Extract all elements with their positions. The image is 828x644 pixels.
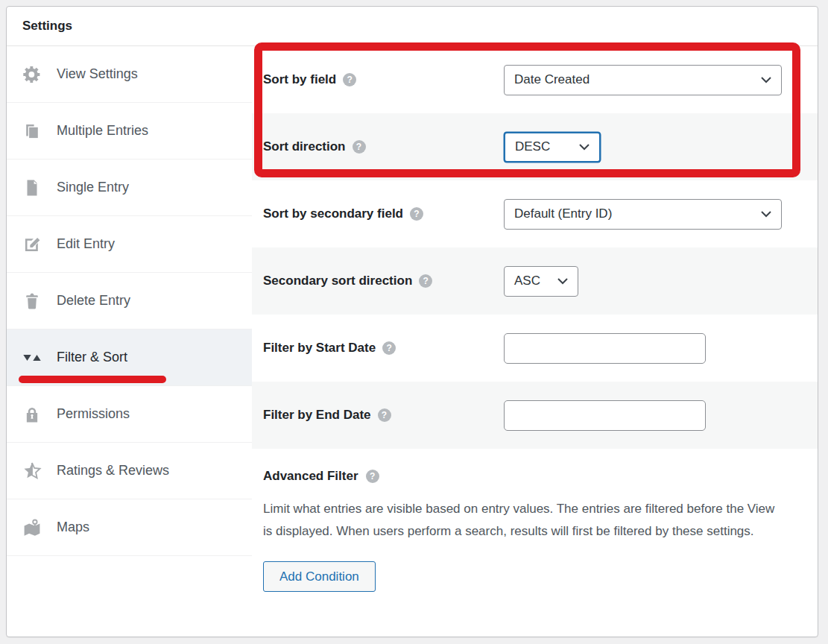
sidebar-item-label: Maps: [57, 520, 89, 535]
sidebar-item-multiple-entries[interactable]: Multiple Entries: [7, 103, 252, 160]
settings-tab-list: View Settings Multiple Entries Single En…: [7, 46, 252, 637]
settings-page: Settings View Settings Multiple Entries: [0, 0, 828, 644]
sidebar-item-delete-entry[interactable]: Delete Entry: [7, 273, 252, 329]
help-icon[interactable]: [366, 470, 379, 483]
advanced-filter-description: Limit what entries are visible based on …: [263, 498, 781, 543]
sort-by-secondary-field-select[interactable]: Default (Entry ID): [504, 199, 782, 230]
sort-direction-label: Sort direction: [263, 139, 346, 154]
chevron-down-icon: [557, 278, 568, 285]
lock-icon: [22, 404, 42, 424]
sidebar-item-label: Delete Entry: [57, 293, 130, 309]
row-secondary-sort-direction: Secondary sort direction ASC: [252, 247, 818, 315]
help-icon[interactable]: [353, 140, 366, 154]
row-label: Sort by secondary field: [263, 206, 504, 221]
gear-icon: [22, 64, 42, 84]
add-condition-button[interactable]: Add Condition: [263, 561, 376, 592]
select-value: Date Created: [514, 72, 590, 87]
advanced-filter-heading: Advanced Filter: [263, 469, 803, 484]
sidebar-item-filter-and-sort[interactable]: Filter & Sort: [7, 329, 252, 386]
advanced-filter-title: Advanced Filter: [263, 469, 358, 484]
panel-header: Settings: [7, 7, 818, 46]
sidebar-item-label: Multiple Entries: [57, 123, 148, 139]
chevron-down-icon: [761, 77, 771, 83]
row-label: Secondary sort direction: [263, 274, 504, 288]
row-filter-start-date: Filter by Start Date: [252, 315, 818, 382]
filter-end-date-label: Filter by End Date: [263, 408, 371, 423]
secondary-sort-direction-select[interactable]: ASC: [504, 266, 578, 297]
sort-direction-select[interactable]: DESC: [504, 132, 601, 162]
select-value: Default (Entry ID): [514, 206, 612, 221]
sort-by-secondary-field-label: Sort by secondary field: [263, 206, 403, 221]
sidebar-item-ratings-reviews[interactable]: Ratings & Reviews: [7, 443, 252, 499]
pages-icon: [22, 121, 42, 141]
sidebar-item-view-settings[interactable]: View Settings: [7, 46, 252, 103]
chevron-down-icon: [761, 211, 771, 218]
sidebar-item-label: View Settings: [57, 66, 138, 82]
row-label: Sort by field: [263, 72, 504, 87]
row-label: Sort direction: [263, 139, 504, 154]
help-icon[interactable]: [410, 207, 423, 221]
advanced-filter-section: Advanced Filter Limit what entries are v…: [252, 449, 818, 637]
row-filter-end-date: Filter by End Date: [252, 382, 818, 449]
row-label: Filter by End Date: [263, 408, 504, 423]
sort-by-field-select[interactable]: Date Created: [504, 65, 782, 95]
filter-start-date-input[interactable]: [504, 333, 706, 364]
settings-metabox: Settings View Settings Multiple Entries: [6, 6, 818, 637]
sidebar-item-label: Single Entry: [57, 180, 129, 195]
sidebar-item-label: Permissions: [57, 406, 130, 422]
row-sort-direction: Sort direction DESC: [252, 113, 818, 180]
sidebar-item-permissions[interactable]: Permissions: [7, 386, 252, 443]
sidebar-item-edit-entry[interactable]: Edit Entry: [7, 216, 252, 273]
sidebar-item-maps[interactable]: Maps: [7, 499, 252, 556]
row-sort-by-field: Sort by field Date Created: [252, 46, 818, 113]
row-label: Filter by Start Date: [263, 341, 504, 356]
trash-icon: [22, 291, 42, 311]
filter-start-date-label: Filter by Start Date: [263, 341, 376, 356]
help-icon[interactable]: [382, 341, 396, 355]
secondary-sort-direction-label: Secondary sort direction: [263, 274, 412, 288]
filter-end-date-input[interactable]: [504, 400, 706, 431]
panel-title: Settings: [22, 19, 72, 34]
sidebar-item-single-entry[interactable]: Single Entry: [7, 160, 252, 216]
star-half-icon: [22, 461, 42, 481]
sidebar-item-label: Ratings & Reviews: [57, 463, 169, 479]
panel-body: View Settings Multiple Entries Single En…: [7, 46, 818, 637]
help-icon[interactable]: [378, 408, 391, 422]
row-sort-by-secondary-field: Sort by secondary field Default (Entry I…: [252, 180, 818, 247]
sort-by-field-label: Sort by field: [263, 72, 336, 87]
sidebar-item-label: Filter & Sort: [57, 350, 127, 365]
help-icon[interactable]: [343, 73, 356, 86]
sort-triangles-icon: [22, 347, 42, 367]
select-value: DESC: [515, 139, 550, 154]
settings-content: Sort by field Date Created Sort directio…: [252, 46, 818, 637]
map-pin-icon: [22, 517, 42, 537]
select-value: ASC: [514, 274, 540, 288]
chevron-down-icon: [579, 144, 590, 151]
page-icon: [22, 177, 42, 198]
help-icon[interactable]: [419, 274, 432, 288]
edit-pencil-icon: [22, 234, 42, 254]
sidebar-item-label: Edit Entry: [57, 236, 115, 252]
